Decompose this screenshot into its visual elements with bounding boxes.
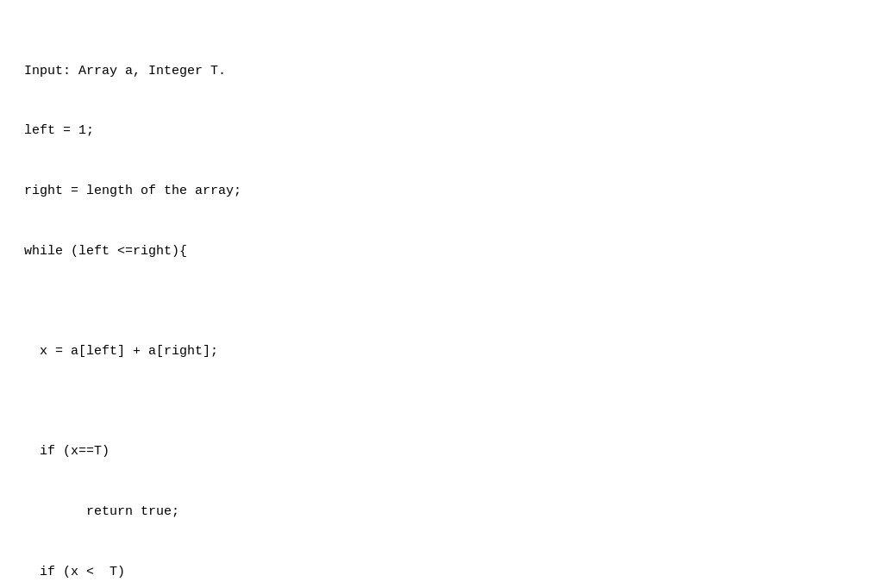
code-container: Input: Array a, Integer T. left = 1; rig… [24,21,859,588]
code-line-4: while (left <=right){ [24,241,859,261]
code-line-6: x = a[left] + a[right]; [24,341,859,361]
code-line-1: Input: Array a, Integer T. [24,61,859,81]
code-line-3: right = length of the array; [24,181,859,201]
code-line-9: return true; [24,502,859,522]
code-line-8: if (x==T) [24,441,859,461]
code-block: Input: Array a, Integer T. left = 1; rig… [24,21,859,588]
code-line-2: left = 1; [24,121,859,141]
code-line-10: if (x < T) [24,562,859,582]
